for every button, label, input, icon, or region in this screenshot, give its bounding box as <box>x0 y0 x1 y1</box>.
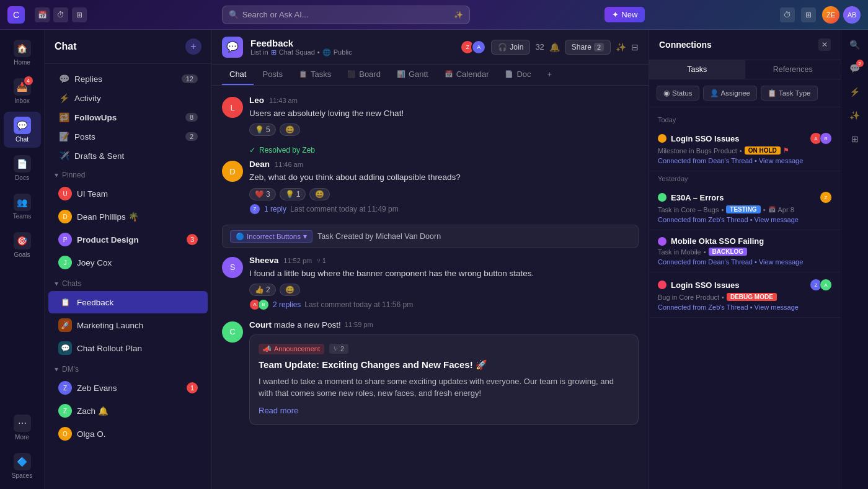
sheeva-thread[interactable]: A B 2 replies Last comment today at 11:5… <box>249 299 639 310</box>
posts-badge: 2 <box>185 132 198 141</box>
bell-icon[interactable]: 🔔 <box>549 42 560 52</box>
tab-tasks[interactable]: 📋 Tasks <box>291 65 339 85</box>
task-created-banner: 🔵 Incorrect Buttons ▾ Task Created by Mi… <box>222 225 639 248</box>
chat-bubble-right-icon[interactable]: 💬 2 <box>845 58 865 78</box>
reaction-smile-leo[interactable]: 😄 <box>280 123 300 136</box>
join-button[interactable]: 🎧 Join <box>491 40 530 55</box>
read-more-link[interactable]: Read more <box>259 406 298 415</box>
chats-section-header[interactable]: ▾ Chats <box>45 274 211 290</box>
marketing-label: Marketing Launch <box>77 321 198 330</box>
sidebar-item-joey-cox[interactable]: J Joey Cox <box>48 251 208 274</box>
sidebar-item-zeb-evans[interactable]: Z Zeb Evans 1 <box>48 377 208 399</box>
channel-title-block: Feedback List in ⊞ Chat Squad • 🌐 Public <box>250 38 453 56</box>
sidebar-item-home[interactable]: 🏠 Home <box>4 35 41 71</box>
user-avatar[interactable]: ZE <box>822 6 839 24</box>
sidebar-add-button[interactable]: + <box>185 38 202 55</box>
chevron-down-icon: ▾ <box>303 232 307 241</box>
calendar-icon[interactable]: 📅 <box>35 7 50 22</box>
conn-tab-references[interactable]: References <box>745 60 841 79</box>
clock-icon[interactable]: ⏱ <box>53 7 68 22</box>
grid-icon[interactable]: ⊞ <box>72 7 87 22</box>
new-button[interactable]: ✦ New <box>604 7 645 22</box>
sparkle-icon[interactable]: ✨ <box>616 42 626 52</box>
grid-right-icon[interactable]: ⊞ <box>845 129 865 149</box>
connections-list: Today Login SSO Issues A B Milestone in … <box>649 107 841 489</box>
sidebar-item-posts[interactable]: 📝 Posts 2 <box>48 127 208 146</box>
sidebar-item-feedback[interactable]: 📋 Feedback <box>48 291 208 313</box>
dms-section-header[interactable]: ▾ DM's <box>45 360 211 376</box>
layout-icon[interactable]: ⊟ <box>631 42 639 52</box>
reaction-smile-dean[interactable]: 😄 <box>309 188 330 200</box>
sidebar-item-marketing[interactable]: 🚀 Marketing Launch <box>48 314 208 336</box>
leo-author: Leo <box>249 96 264 105</box>
reaction-thumbs-2[interactable]: 👍 2 <box>249 284 276 296</box>
sidebar-item-chat-rollout[interactable]: 💬 Chat Rollout Plan <box>48 337 208 359</box>
sidebar-item-replies[interactable]: 💬 Replies 12 <box>48 70 208 88</box>
login-sso-2-view-msg[interactable]: View message <box>755 303 799 311</box>
dean-thread[interactable]: Z 1 reply Last comment today at 11:49 pm <box>249 204 639 215</box>
user-avatar-2[interactable]: AB <box>843 6 861 24</box>
sidebar-item-activity[interactable]: ⚡ Activity <box>48 89 208 107</box>
zeb-label: Zeb Evans <box>77 384 182 393</box>
search-right-icon[interactable]: 🔍 <box>845 35 865 55</box>
sheeva-time: 11:52 pm <box>283 257 312 264</box>
conn-tab-tasks[interactable]: Tasks <box>649 60 745 79</box>
tab-calendar[interactable]: 📅 Calendar <box>437 65 497 85</box>
login-sso-2-connection: Connected from Zeb's Thread • View messa… <box>658 303 832 311</box>
right-icon-strip: 🔍 💬 2 ⚡ ✨ ⊞ <box>841 30 868 489</box>
tab-doc[interactable]: 📄 Doc <box>497 65 538 85</box>
reaction-bulb-5[interactable]: 💡 5 <box>249 123 276 136</box>
tab-posts[interactable]: Posts <box>255 65 290 85</box>
e30a-badge: TESTING <box>726 205 760 213</box>
mobile-okta-view-msg[interactable]: View message <box>759 258 803 266</box>
topbar-right: ⏱ ⊞ ZE AB <box>780 6 861 24</box>
connections-close-button[interactable]: ✕ <box>818 38 831 51</box>
pinned-section-header[interactable]: ▾ Pinned <box>45 166 211 182</box>
zeb-badge: 1 <box>187 382 198 393</box>
sidebar-item-olga[interactable]: O Olga O. <box>48 423 208 445</box>
tab-board[interactable]: ⬛ Board <box>340 65 388 85</box>
sidebar-item-ui-team[interactable]: U UI Team <box>48 182 208 205</box>
joey-avatar: J <box>58 256 72 269</box>
login-sso-connection: Connected from Dean's Thread • View mess… <box>658 157 832 164</box>
tab-chat[interactable]: Chat <box>222 65 254 85</box>
reaction-bulb-1[interactable]: 💡 1 <box>280 188 306 200</box>
e30a-view-msg[interactable]: View message <box>755 216 799 223</box>
filter-status[interactable]: ◉ Status <box>657 86 699 101</box>
sidebar-item-goals[interactable]: 🎯 Goals <box>4 227 41 263</box>
sidebar-item-drafts[interactable]: ✈️ Drafts & Sent <box>48 146 208 165</box>
reaction-smile-sheeva[interactable]: 😄 <box>280 284 300 296</box>
sidebar-item-chat[interactable]: 💬 Chat <box>4 112 41 148</box>
filter-assignee[interactable]: 👤 Assignee <box>703 86 757 101</box>
court-action: Court made a new Post! <box>249 320 341 330</box>
sidebar-item-spaces[interactable]: 🔷 Spaces <box>4 448 41 484</box>
app-logo[interactable]: C <box>7 6 25 24</box>
activity-right-icon[interactable]: ⚡ <box>845 82 865 102</box>
tab-gantt[interactable]: 📊 Gantt <box>389 65 436 85</box>
sidebar-item-more[interactable]: ⋯ More <box>4 410 41 446</box>
reaction-heart[interactable]: ❤️ 3 <box>249 188 276 200</box>
share-button[interactable]: Share 2 <box>565 40 611 55</box>
leo-time: 11:43 am <box>269 97 298 104</box>
apps-icon[interactable]: ⊞ <box>801 7 816 22</box>
history-icon[interactable]: ⏱ <box>780 7 795 22</box>
sidebar-item-dean-phillips[interactable]: D Dean Phillips 🌴 <box>48 205 208 228</box>
search-bar[interactable]: 🔍 Search or Ask AI... ✨ <box>222 6 470 24</box>
filter-task-type[interactable]: 📋 Task Type <box>761 86 818 101</box>
court-message-content: Court made a new Post! 11:59 pm 📣 Announ… <box>249 320 639 425</box>
sparkle-right-icon[interactable]: ✨ <box>845 105 865 125</box>
sidebar-item-docs[interactable]: 📄 Docs <box>4 150 41 186</box>
sidebar-item-inbox[interactable]: 📥 4 Inbox <box>4 73 41 109</box>
task-tag[interactable]: 🔵 Incorrect Buttons ▾ <box>230 230 312 243</box>
sidebar-item-zach[interactable]: Z Zach 🔔 <box>48 400 208 422</box>
conn-item-header-4: Login SSO Issues Z A <box>658 279 832 291</box>
sidebar-item-followups[interactable]: 🔁 FollowUps 8 <box>48 108 208 127</box>
feedback-label: Feedback <box>77 298 198 307</box>
sidebar-item-teams[interactable]: 👥 Teams <box>4 189 41 225</box>
sidebar-item-product-design[interactable]: P Product Design 3 <box>48 228 208 251</box>
mobile-okta-name: Mobile Okta SSO Failing <box>671 236 832 246</box>
login-sso-view-msg[interactable]: View message <box>759 157 803 164</box>
tab-add[interactable]: + <box>540 65 560 85</box>
marketing-icon: 🚀 <box>58 318 72 332</box>
sidebar-title: Chat <box>55 41 77 52</box>
